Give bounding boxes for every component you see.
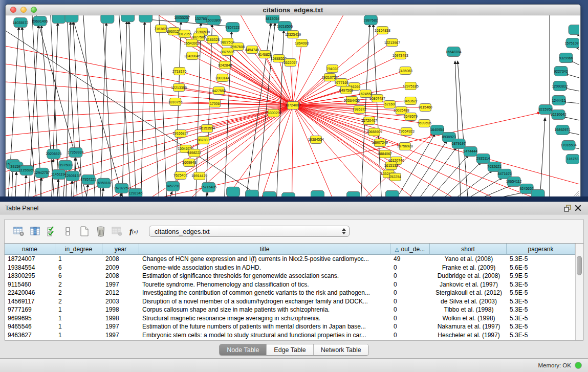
table-vertical-scrollbar[interactable] [575, 244, 583, 340]
table-cell: 5.3E-5 [507, 280, 575, 289]
graph-node[interactable] [65, 15, 78, 23]
table-cell: 2003 [102, 297, 139, 306]
column-header-year[interactable]: year [102, 244, 139, 255]
table-cell: 1 [55, 331, 102, 340]
column-header-in-degree[interactable]: in_degree [55, 244, 102, 255]
tab-node-table[interactable]: Node Table [220, 344, 267, 355]
table-cell: 5.3E-5 [507, 314, 575, 323]
table-cell: Genome-wide association studies in ADHD. [139, 264, 390, 272]
column-header-name[interactable]: name [5, 244, 55, 255]
table-row[interactable]: 946362711997Embryonic stem cells: a mode… [5, 331, 575, 340]
select-rows-icon[interactable] [45, 225, 59, 238]
table-row[interactable]: 911546021997Tourette syndrome. Phenomeno… [5, 280, 575, 289]
delete-table-icon[interactable] [110, 225, 124, 238]
function-builder-icon[interactable]: f(x) [126, 225, 141, 238]
table-mode-icon[interactable] [12, 225, 26, 238]
network-view-window: citations_edges.txt 71638228960128891295… [5, 4, 581, 198]
graph-node[interactable] [569, 25, 579, 35]
table-row[interactable]: 2242004622012Investigating the contribut… [5, 289, 575, 297]
network-canvas[interactable]: 7163822896012889129552226053898275051654… [6, 15, 580, 198]
table-cell: Franke et al. (2009) [430, 264, 507, 272]
graph-node-label: 18907249 [372, 141, 388, 144]
float-panel-icon[interactable] [562, 204, 573, 213]
graph-node-label: 1810755 [168, 100, 182, 104]
graph-node-label: 9498222 [187, 151, 201, 155]
table-row[interactable]: 1456911722003Disruption of a novel membe… [5, 297, 575, 306]
table-cell: Changes of HCN gene expression and I(f) … [139, 255, 390, 264]
table-cell: 49 [390, 255, 430, 264]
graph-node[interactable] [139, 15, 153, 23]
delete-column-icon[interactable] [94, 225, 108, 238]
table-cell: 5.3E-5 [507, 322, 575, 331]
table-cell: 9699695 [5, 314, 55, 323]
table-cell: 1 [55, 305, 102, 314]
table-cell: 2012 [102, 289, 139, 297]
graph-node-label: 22420046 [184, 54, 200, 58]
graph-node[interactable] [227, 187, 240, 196]
graph-node-label: 20691406 [32, 19, 48, 23]
column-header-pagerank[interactable]: pagerank [507, 244, 575, 255]
table-cell: 1 [55, 255, 102, 264]
graph-node[interactable] [121, 15, 135, 22]
graph-node-label: 15720407 [361, 119, 377, 122]
close-window-button[interactable] [10, 7, 16, 13]
table-cell: 22420046 [5, 289, 55, 297]
column-header-out-de-[interactable]: △out_de... [390, 244, 430, 255]
table-cell: Investigating the contribution of common… [139, 289, 390, 297]
table-cell: 18724007 [5, 255, 55, 264]
table-cell: 6 [55, 264, 102, 272]
graph-edge-black [150, 15, 159, 198]
scrollbar-thumb[interactable] [577, 256, 582, 275]
table-cell: 0 [390, 272, 430, 280]
column-header-short[interactable]: short [430, 244, 507, 255]
table-tabs-segment: Node TableEdge TableNetwork Table [219, 344, 368, 356]
graph-edge-red [179, 87, 293, 105]
table-cell: 5.3E-5 [507, 297, 575, 306]
column-visibility-icon[interactable] [28, 225, 42, 238]
new-column-icon[interactable] [77, 225, 92, 238]
graph-node[interactable] [101, 15, 114, 24]
graph-node-label: 17957223 [80, 178, 96, 181]
graph-node[interactable] [52, 15, 66, 24]
graph-node-label: 17006 [210, 102, 220, 105]
table-row[interactable]: 977716911998Corpus callosum shape and si… [5, 305, 575, 314]
table-cell: Disruption of a novel member of a sodium… [139, 297, 390, 306]
network-canvas-svg: 7163822896012889129552226053898275051654… [6, 15, 579, 198]
graph-node-label: 10688609 [366, 130, 382, 134]
table-cell: 2009 [102, 264, 139, 272]
table-toolbar: f(x) citations_edges.txt [5, 220, 583, 243]
tab-edge-table[interactable]: Edge Table [267, 344, 313, 355]
graph-edge-black [455, 61, 461, 198]
table-row[interactable]: 969969511998Structural magnetic resonanc… [5, 314, 575, 323]
column-header-title[interactable]: title [139, 244, 390, 255]
graph-node-label: 14035572 [12, 21, 28, 25]
table-cell: Corpus callosum shape and size in male p… [139, 305, 390, 314]
table-row[interactable]: 1830029562008Estimation of significance … [5, 272, 575, 280]
tab-network-table[interactable]: Network Table [314, 344, 368, 355]
table-cell: 2 [55, 289, 102, 297]
table-cell: 0 [390, 331, 430, 340]
table-row[interactable]: 1872400712008Changes of HCN gene express… [5, 255, 575, 264]
table-row[interactable]: 946554611997Estimation of the future num… [5, 322, 575, 331]
memory-status-indicator[interactable] [575, 362, 582, 369]
clear-selection-icon[interactable] [61, 225, 75, 238]
graph-node-label: 19166827 [172, 132, 188, 135]
window-titlebar[interactable]: citations_edges.txt [6, 5, 580, 15]
graph-edge-red [293, 105, 579, 184]
graph-node-label: 12505135 [64, 174, 80, 178]
minimize-window-button[interactable] [20, 7, 27, 13]
table-selector-dropdown[interactable]: citations_edges.txt [149, 226, 350, 237]
graph-node-label: 9242848 [218, 63, 232, 67]
graph-node-label: 794028 [326, 67, 338, 71]
zoom-window-button[interactable] [31, 7, 37, 13]
graph-edge-red [293, 15, 343, 105]
graph-node-label: 9227343 [554, 70, 568, 73]
graph-node-label: 8215958 [538, 107, 552, 111]
graph-node-label: 1615132 [384, 164, 398, 167]
graph-node-label: 9463627 [404, 99, 418, 103]
table-row[interactable]: 1938455462009Genome-wide association stu… [5, 264, 575, 272]
close-panel-icon[interactable] [573, 204, 583, 213]
graph-node-label: 8912955 [178, 32, 191, 36]
resize-grip-icon[interactable] [572, 189, 580, 197]
graph-node-label: 2649579 [404, 115, 418, 118]
